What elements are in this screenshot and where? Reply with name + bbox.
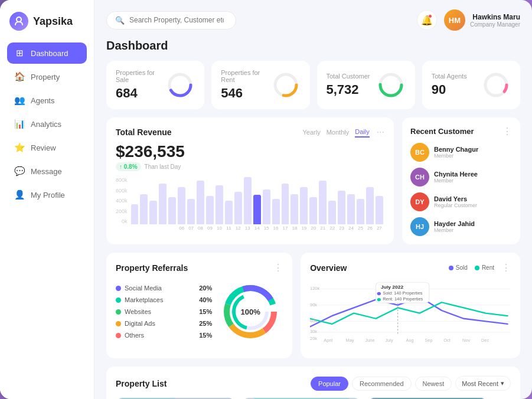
notification-dot [428, 14, 432, 18]
customer-item-0: BC Benny Chagur Member [410, 143, 512, 162]
sidebar-label-analytics: Analytics [31, 120, 61, 129]
search-bar[interactable]: 🔍 [106, 11, 236, 30]
legend-label-2: Websites [125, 308, 151, 315]
filter-popular[interactable]: Popular [311, 377, 348, 391]
chart-labels: 0607080910111213141516171819202122232425… [130, 224, 384, 231]
chart-label-6: 07 [187, 225, 195, 231]
cust-role-0: Member [434, 153, 478, 159]
sidebar-item-dashboard[interactable]: ⊞ Dashboard [7, 42, 87, 64]
recent-more-button[interactable]: ⋮ [502, 126, 512, 137]
legend-dot-3 [116, 321, 121, 326]
user-info: HM Hawkins Maru Company Manager [444, 9, 520, 31]
legend-item-2: Websites 15% [116, 308, 212, 315]
stat-value-agents: 90 [432, 82, 467, 97]
legend-pct-4: 15% [199, 332, 212, 339]
svg-point-23 [377, 292, 381, 296]
filter-newest[interactable]: Newest [415, 377, 452, 391]
chart-label-23: 24 [347, 225, 355, 231]
stat-label-customer: Total Customer [327, 73, 370, 80]
property-icon: 🏠 [14, 71, 25, 82]
chart-label-0 [131, 225, 139, 231]
bar-7 [197, 181, 204, 224]
stat-value-customer: 5,732 [327, 82, 370, 97]
header: 🔍 🔔 HM Hawkins Maru Company Manager [106, 9, 520, 31]
filter-recommended[interactable]: Recommended [352, 377, 412, 391]
donut-customer [376, 70, 406, 100]
overview-header: Overview Sold Rent ⋮ [310, 262, 511, 273]
sidebar-label-dashboard: Dashboard [31, 49, 68, 58]
sidebar-item-profile[interactable]: 👤 My Profile [7, 184, 87, 205]
donut-agents [481, 70, 511, 100]
user-name: Hawkins Maru [470, 13, 520, 21]
svg-text:20k: 20k [310, 337, 318, 341]
chart-label-24: 25 [357, 225, 364, 231]
sidebar-item-property[interactable]: 🏠 Property [7, 66, 87, 87]
sidebar-item-message[interactable]: 💬 Message [7, 161, 87, 182]
svg-text:Oct: Oct [443, 339, 451, 342]
chart-label-25: 26 [366, 225, 374, 231]
app-name: Yapsika [33, 15, 73, 28]
chart-label-2 [149, 225, 157, 231]
search-input[interactable] [129, 16, 224, 24]
legend-dot-0 [116, 286, 121, 291]
sidebar-item-agents[interactable]: 👥 Agents [7, 90, 87, 111]
chart-label-5: 06 [178, 225, 185, 231]
svg-text:July: July [386, 339, 394, 343]
chart-label-1 [140, 225, 148, 231]
cust-avatar-1: CH [410, 168, 429, 187]
legend-item-3: Digital Ads 25% [116, 320, 212, 327]
bar-16 [282, 184, 289, 224]
cust-name-0: Benny Chagur [434, 146, 478, 153]
chart-label-16: 17 [282, 225, 289, 231]
revenue-sub: ↑ 0.8% Than last Day [116, 162, 384, 171]
sidebar-item-review[interactable]: ⭐ Review [7, 137, 87, 158]
svg-text:Rent: 140 Properties: Rent: 140 Properties [383, 297, 423, 302]
cust-role-1: Member [434, 178, 478, 184]
cust-info-0: Benny Chagur Member [434, 146, 478, 159]
donut-rent [271, 70, 301, 100]
cust-avatar-3: HJ [410, 217, 429, 236]
referral-more-button[interactable]: ⋮ [273, 262, 283, 273]
bar-19 [309, 197, 317, 224]
recent-customers-card: Recent Customer ⋮ BC Benny Chagur Member… [402, 117, 520, 244]
chart-label-21: 22 [328, 225, 336, 231]
notification-button[interactable]: 🔔 [417, 10, 437, 30]
svg-text:July 2022: July 2022 [381, 285, 404, 290]
sidebar-item-analytics[interactable]: 📊 Analytics [7, 113, 87, 135]
bar-15 [272, 199, 280, 224]
tab-yearly[interactable]: Yearly [303, 127, 321, 137]
overview-more-button[interactable]: ⋮ [501, 262, 511, 273]
stat-card-agents: Total Agents 90 [422, 61, 520, 109]
user-role: Company Manager [470, 21, 520, 28]
svg-text:Sep: Sep [425, 339, 433, 343]
bar-17 [291, 194, 298, 224]
customer-item-2: DY David Yers Regular Customer [410, 192, 512, 211]
svg-text:Aug: Aug [406, 339, 414, 343]
cust-info-1: Chynita Heree Member [434, 171, 478, 184]
stat-card-sale: Properties for Sale 684 [106, 61, 204, 109]
filter-most-recent-dropdown[interactable]: Most Recent ▾ [455, 376, 511, 391]
bar-25 [366, 187, 374, 224]
legend-pct-1: 40% [199, 296, 212, 303]
bar-26 [376, 196, 383, 224]
tab-daily[interactable]: Daily [355, 127, 369, 138]
cust-role-2: Regular Customer [434, 202, 477, 208]
legend-list: Social Media 20% Marketplaces 40% Websit… [116, 284, 212, 339]
sidebar-label-property: Property [31, 73, 60, 81]
referral-header: Property Referrals ⋮ [116, 262, 283, 273]
tab-monthly[interactable]: Monthly [327, 127, 350, 137]
overview-title: Overview [310, 263, 347, 273]
chart-label-12: 13 [244, 225, 252, 231]
stat-info-agents: Total Agents 90 [432, 73, 467, 97]
recent-title: Recent Customer [410, 127, 474, 136]
stat-cards: Properties for Sale 684 Properties for R… [106, 61, 520, 109]
message-icon: 💬 [14, 166, 25, 176]
bar-6 [187, 199, 195, 224]
revenue-header: Total Revenue Yearly Monthly Daily ··· [116, 127, 384, 138]
revenue-more-button[interactable]: ··· [377, 127, 384, 138]
cust-name-2: David Yers [434, 195, 477, 202]
legend-sold: Sold [456, 264, 468, 271]
logo: Yapsika [7, 12, 87, 40]
svg-text:Sold: 140 Properties: Sold: 140 Properties [383, 292, 423, 296]
chart-label-22: 23 [338, 225, 345, 231]
